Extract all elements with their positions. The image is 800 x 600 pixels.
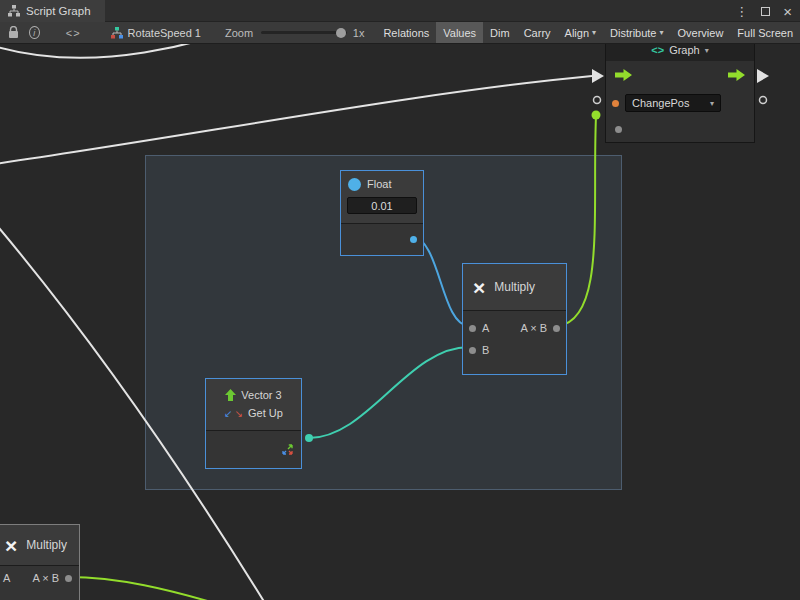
changepos-dropdown[interactable]: ChangePos ▾ <box>625 94 721 112</box>
window-menu-icon[interactable]: ⋮ <box>735 5 748 18</box>
script-graph-tab-icon <box>8 5 20 17</box>
multiply-node-partial[interactable]: × Multiply A A × B <box>0 524 80 600</box>
float-value-input[interactable]: 0.01 <box>347 197 417 214</box>
multiply-output-label: A × B <box>520 322 547 334</box>
chevron-down-icon: ▾ <box>660 28 664 37</box>
graph-node-title: Graph <box>669 44 700 56</box>
graph-reference[interactable]: RotateSpeed 1 <box>111 27 201 39</box>
window-maximize-icon[interactable] <box>761 7 770 16</box>
flow-output-arrow-icon[interactable] <box>728 69 745 81</box>
info-icon[interactable]: i <box>29 26 40 39</box>
multiply-icon: × <box>5 535 17 556</box>
window-tab-title: Script Graph <box>26 5 91 17</box>
align-button[interactable]: Align▾ <box>558 22 603 44</box>
float-output-port[interactable] <box>410 236 417 243</box>
lock-icon[interactable] <box>8 26 19 39</box>
distribute-button[interactable]: Distribute▾ <box>603 22 670 44</box>
zoom-value: 1x <box>353 27 365 39</box>
float-node[interactable]: Float 0.01 <box>340 170 424 256</box>
zoom-slider-handle[interactable] <box>336 28 346 38</box>
up-arrow-icon <box>225 389 236 401</box>
vector3-getup-node[interactable]: Vector 3 ↙ ↘ Get Up <box>205 378 302 469</box>
values-button[interactable]: Values <box>436 22 483 44</box>
multiply-partial-a-label: A <box>3 566 10 590</box>
float-value-text: 0.01 <box>371 200 392 212</box>
multiply-partial-output-port[interactable] <box>65 575 72 582</box>
window-titlebar: Script Graph ⋮ × <box>0 0 800 22</box>
multiply-partial-title: Multiply <box>26 538 67 552</box>
multiply-input-b-port[interactable] <box>469 347 476 354</box>
chevron-down-icon: ▾ <box>710 99 714 108</box>
zoom-slider[interactable] <box>261 31 347 34</box>
multiply-output-port[interactable] <box>553 325 560 332</box>
multiply-partial-out-label: A × B <box>32 566 59 590</box>
dim-button[interactable]: Dim <box>483 22 517 44</box>
float-type-icon <box>348 178 361 191</box>
overview-button[interactable]: Overview <box>671 22 731 44</box>
multiply-input-a-label: A <box>482 322 489 334</box>
multiply-input-b-label: B <box>482 344 489 356</box>
flow-input-arrow-icon[interactable] <box>615 69 632 81</box>
changepos-dropdown-value: ChangePos <box>632 97 690 109</box>
vector3-output-type-icon[interactable] <box>281 443 294 456</box>
float-node-title: Float <box>367 178 391 190</box>
zoom-label: Zoom <box>225 27 253 39</box>
code-icon: <> <box>651 44 664 56</box>
graph-changepos-node[interactable]: <> Graph ▾ ChangePos ▾ <box>605 38 755 143</box>
multiply-node[interactable]: × Multiply A A × B B <box>462 263 567 375</box>
changepos-input-port[interactable] <box>612 100 619 107</box>
script-graph-tab[interactable]: Script Graph <box>0 0 105 22</box>
multiply-node-title: Multiply <box>494 280 535 294</box>
toolbar-button-group: Relations Values Dim Carry Align▾ Distri… <box>376 22 800 44</box>
multiply-icon: × <box>473 277 485 298</box>
vector3-node-title: Vector 3 <box>241 389 281 401</box>
window-close-icon[interactable]: × <box>783 4 792 19</box>
graph-reference-label: RotateSpeed 1 <box>128 27 201 39</box>
multiply-input-a-port[interactable] <box>469 325 476 332</box>
relations-button[interactable]: Relations <box>376 22 436 44</box>
carry-button[interactable]: Carry <box>517 22 558 44</box>
chevron-down-icon: ▾ <box>592 28 596 37</box>
script-graph-icon <box>111 27 123 39</box>
chevron-down-icon: ▾ <box>705 46 709 55</box>
graph-node-extra-port[interactable] <box>615 126 622 133</box>
arrow-down-right-icon: ↘ <box>235 408 243 419</box>
code-view-icon[interactable]: <> <box>66 27 81 39</box>
getup-node-subtitle: Get Up <box>248 407 283 419</box>
graph-toolbar: i <> RotateSpeed 1 Zoom 1x Relations Val… <box>0 22 800 44</box>
fullscreen-button[interactable]: Full Screen <box>730 22 800 44</box>
arrow-down-left-icon: ↙ <box>224 408 232 419</box>
